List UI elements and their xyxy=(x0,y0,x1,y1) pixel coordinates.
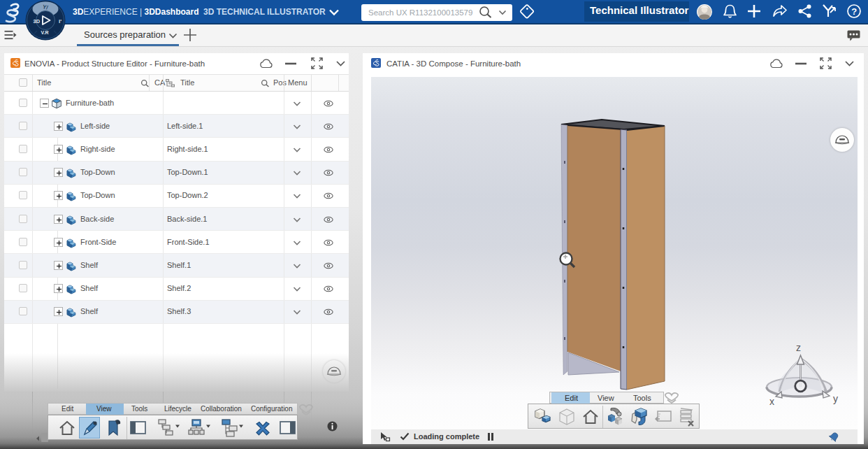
svg-text:iʹ: iʹ xyxy=(59,18,62,24)
svg-text:x: x xyxy=(769,396,774,407)
svg-text:z: z xyxy=(796,342,801,353)
svg-text:?: ? xyxy=(851,6,857,17)
svg-text:V.R: V.R xyxy=(41,30,49,35)
svg-text:3D: 3D xyxy=(34,18,41,24)
svg-text:y: y xyxy=(833,393,838,404)
